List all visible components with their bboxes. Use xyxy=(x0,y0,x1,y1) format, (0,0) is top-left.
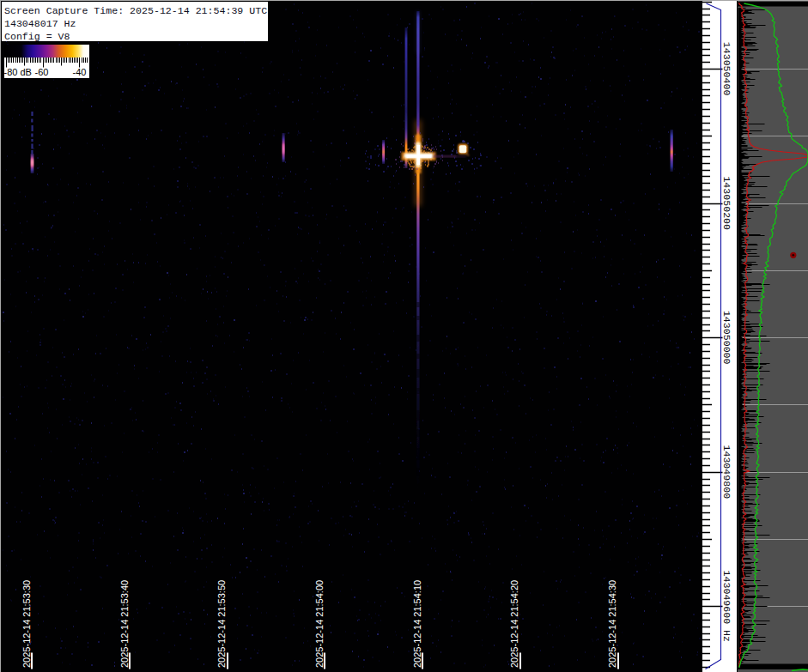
svg-text:2025-12-14 21:53:30: 2025-12-14 21:53:30 xyxy=(21,580,32,668)
svg-text:143049600 Hz: 143049600 Hz xyxy=(721,571,732,643)
svg-text:-80 dB: -80 dB xyxy=(4,67,32,77)
svg-text:2025-12-14 21:54:10: 2025-12-14 21:54:10 xyxy=(412,580,422,668)
svg-text:2025-12-14 21:54:20: 2025-12-14 21:54:20 xyxy=(509,580,519,668)
svg-text:Screen Capture Time: 2025-12-1: Screen Capture Time: 2025-12-14 21:54:39… xyxy=(4,5,267,16)
svg-text:2025-12-14 21:54:30: 2025-12-14 21:54:30 xyxy=(607,580,617,668)
svg-text:2025-12-14 21:54:00: 2025-12-14 21:54:00 xyxy=(314,580,325,668)
svg-text:-40: -40 xyxy=(73,67,87,77)
svg-text:143050200: 143050200 xyxy=(721,176,732,230)
svg-text:143049800: 143049800 xyxy=(721,445,732,499)
svg-text:143048017 Hz: 143048017 Hz xyxy=(4,18,76,29)
svg-text:2025-12-14 21:53:40: 2025-12-14 21:53:40 xyxy=(119,580,130,668)
svg-text:143050000: 143050000 xyxy=(721,311,732,365)
svg-text:-60: -60 xyxy=(35,67,49,77)
svg-text:2025-12-14 21:53:50: 2025-12-14 21:53:50 xyxy=(216,580,227,668)
svg-text:143050400: 143050400 xyxy=(721,42,732,96)
svg-text:Config = V8: Config = V8 xyxy=(4,31,70,42)
